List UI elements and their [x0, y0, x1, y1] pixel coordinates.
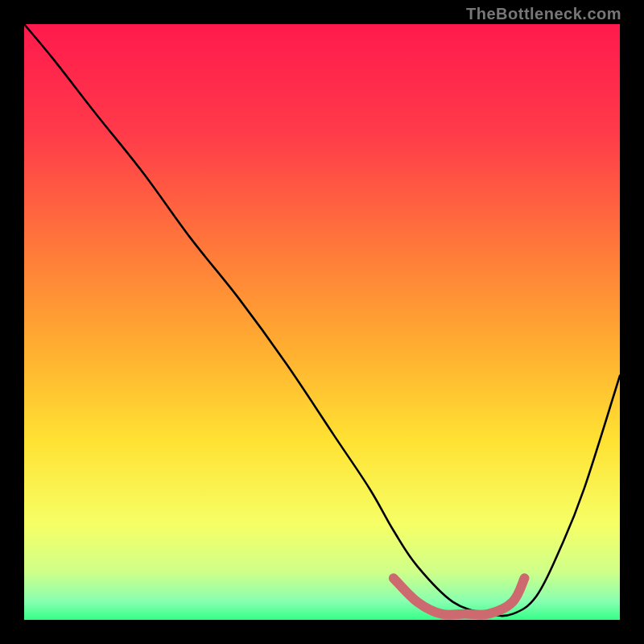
- optimal-range-marker: [394, 578, 525, 615]
- curve-layer: [24, 24, 620, 620]
- chart-frame: TheBottleneck.com: [0, 0, 644, 644]
- bottleneck-curve: [24, 24, 620, 616]
- watermark-text: TheBottleneck.com: [466, 5, 621, 23]
- plot-area: [24, 24, 620, 620]
